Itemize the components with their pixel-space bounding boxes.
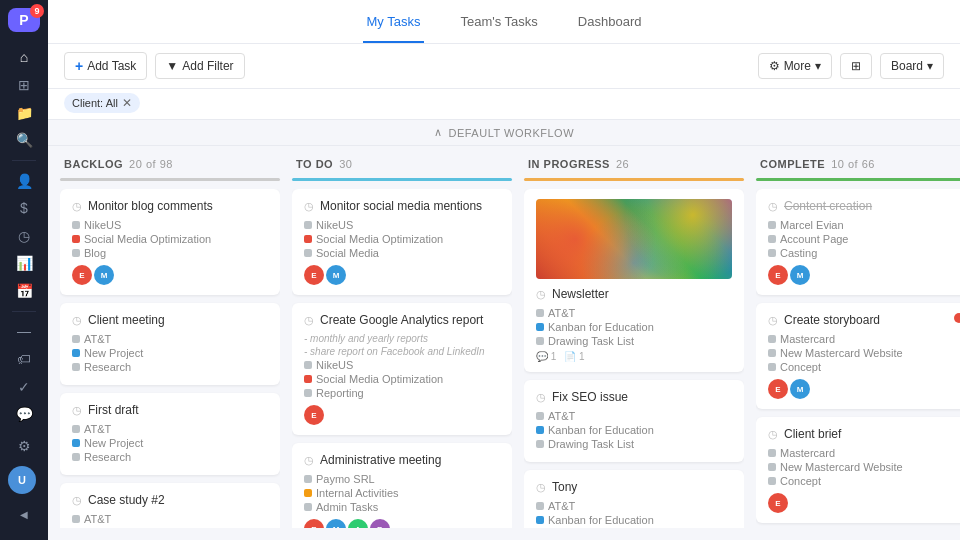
clock-icon: ◷ xyxy=(72,200,82,213)
view-toggle-button[interactable]: ⊞ xyxy=(840,53,872,79)
tab-dashboard[interactable]: Dashboard xyxy=(574,2,646,43)
sidebar-icon-search[interactable]: 🔍 xyxy=(8,128,40,152)
add-filter-button[interactable]: ▼ Add Filter xyxy=(155,53,244,79)
sidebar-icon-message[interactable]: 💬 xyxy=(8,402,40,426)
dot-icon xyxy=(304,221,312,229)
card-meta-3: Concept xyxy=(768,475,960,487)
column-backlog-title: BACKLOG xyxy=(64,158,123,170)
card-content-creation[interactable]: ◷ Content creation Marcel Evian Account … xyxy=(756,189,960,295)
card-meta-1: NikeUS xyxy=(304,359,500,371)
avatar: A xyxy=(348,519,368,528)
filter-close-icon[interactable]: ✕ xyxy=(122,96,132,110)
dot-icon xyxy=(304,489,312,497)
avatar: B xyxy=(370,519,390,528)
sidebar-icon-minus[interactable]: — xyxy=(8,320,40,344)
card-client-meeting[interactable]: ◷ Client meeting AT&T New Project Resear… xyxy=(60,303,280,385)
workflow-chevron-icon: ∧ xyxy=(434,126,443,139)
toolbar: + Add Task ▼ Add Filter ⚙ More ▾ ⊞ Board… xyxy=(48,44,960,89)
sidebar-icon-expand[interactable]: ◀ xyxy=(8,498,40,530)
card-title: ◷ Monitor blog comments xyxy=(72,199,268,213)
dot-icon xyxy=(536,440,544,448)
card-meta-1: NikeUS xyxy=(304,219,500,231)
column-todo-bar xyxy=(292,178,512,181)
card-title-text: Administrative meeting xyxy=(320,453,441,467)
filter-icon: ▼ xyxy=(166,59,178,73)
add-filter-label: Add Filter xyxy=(182,59,233,73)
sidebar-divider xyxy=(12,160,36,161)
column-todo-count: 30 xyxy=(339,158,352,170)
card-avatars: E M A B xyxy=(304,519,500,528)
dot-icon xyxy=(72,249,80,257)
more-button[interactable]: ⚙ More ▾ xyxy=(758,53,832,79)
dot-icon xyxy=(536,309,544,317)
card-fix-seo[interactable]: ◷ Fix SEO issue AT&T Kanban for Educatio… xyxy=(524,380,744,462)
card-counts: 💬 1 📄 1 xyxy=(536,351,585,362)
card-create-storyboard[interactable]: ◷ Create storyboard Mastercard New Maste… xyxy=(756,303,960,409)
card-client-brief[interactable]: ◷ Client brief Mastercard New Mastercard… xyxy=(756,417,960,523)
add-task-button[interactable]: + Add Task xyxy=(64,52,147,80)
dot-icon xyxy=(536,502,544,510)
column-inprogress-bar xyxy=(524,178,744,181)
sidebar-icon-home[interactable]: ⌂ xyxy=(8,46,40,70)
sidebar-icon-settings[interactable]: ⚙ xyxy=(8,430,40,462)
dot-icon xyxy=(72,515,80,523)
avatar: E xyxy=(72,265,92,285)
sidebar-icon-tag[interactable]: 🏷 xyxy=(8,347,40,371)
avatar: M xyxy=(326,265,346,285)
card-monitor-blog[interactable]: ◷ Monitor blog comments NikeUS Social Me… xyxy=(60,189,280,295)
sidebar-icon-dollar[interactable]: $ xyxy=(8,196,40,220)
card-case-study[interactable]: ◷ Case study #2 AT&T New Project Researc… xyxy=(60,483,280,528)
clock-icon: ◷ xyxy=(768,200,778,213)
card-meta-1: Paymo SRL xyxy=(304,473,500,485)
card-google-analytics[interactable]: ◷ Create Google Analytics report - month… xyxy=(292,303,512,435)
app-logo[interactable]: P 9 xyxy=(8,8,40,32)
nav-tabs: My Tasks Team's Tasks Dashboard xyxy=(363,1,646,42)
card-admin-meeting[interactable]: ◷ Administrative meeting Paymo SRL Inter… xyxy=(292,443,512,528)
card-meta-2: New Project xyxy=(72,527,268,528)
card-first-draft[interactable]: ◷ First draft AT&T New Project Research xyxy=(60,393,280,475)
card-meta-3: Research xyxy=(72,361,268,373)
card-title: ◷ Administrative meeting xyxy=(304,453,500,467)
sidebar-icon-chart[interactable]: 📊 xyxy=(8,252,40,276)
user-avatar[interactable]: U xyxy=(8,466,36,494)
card-title: ◷ Monitor social media mentions xyxy=(304,199,500,213)
dot-icon xyxy=(536,516,544,524)
card-title-text: Client meeting xyxy=(88,313,165,327)
client-filter-tag[interactable]: Client: All ✕ xyxy=(64,93,140,113)
clock-icon: ◷ xyxy=(536,288,546,301)
alert-icon xyxy=(954,313,960,323)
card-monitor-social[interactable]: ◷ Monitor social media mentions NikeUS S… xyxy=(292,189,512,295)
comment-count: 💬 1 xyxy=(536,351,556,362)
sidebar-icon-grid[interactable]: ⊞ xyxy=(8,73,40,97)
dot-icon xyxy=(768,477,776,485)
tab-team-tasks[interactable]: Team's Tasks xyxy=(456,2,541,43)
card-newsletter[interactable]: ◷ Newsletter AT&T Kanban for Education D… xyxy=(524,189,744,372)
clock-icon: ◷ xyxy=(72,314,82,327)
dot-icon xyxy=(72,363,80,371)
tab-my-tasks[interactable]: My Tasks xyxy=(363,2,425,43)
avatar: M xyxy=(790,379,810,399)
column-backlog-count: 20 of 98 xyxy=(129,158,173,170)
dot-icon xyxy=(536,323,544,331)
card-title: ◷ First draft xyxy=(72,403,268,417)
column-todo-header: TO DO 30 xyxy=(292,158,512,178)
dot-icon xyxy=(768,249,776,257)
card-title-text: Fix SEO issue xyxy=(552,390,628,404)
abstract-image xyxy=(536,199,732,279)
card-title: ◷ Tony xyxy=(536,480,732,494)
card-title: ◷ Content creation xyxy=(768,199,960,213)
plus-icon: + xyxy=(75,58,83,74)
sidebar-icon-check[interactable]: ✓ xyxy=(8,375,40,399)
dot-icon xyxy=(768,335,776,343)
card-tony[interactable]: ◷ Tony AT&T Kanban for Education xyxy=(524,470,744,528)
sidebar-icon-clock[interactable]: ◷ xyxy=(8,224,40,248)
board-button[interactable]: Board ▾ xyxy=(880,53,944,79)
column-inprogress-header: IN PROGRESS 26 xyxy=(524,158,744,178)
sidebar-icon-folder[interactable]: 📁 xyxy=(8,101,40,125)
column-complete: COMPLETE 10 of 66 ◷ Content creation Mar… xyxy=(756,158,960,528)
sidebar-icon-calendar[interactable]: 📅 xyxy=(8,279,40,303)
dot-icon xyxy=(304,249,312,257)
sidebar-icon-person[interactable]: 👤 xyxy=(8,169,40,193)
toolbar-left: + Add Task ▼ Add Filter xyxy=(64,52,245,80)
sidebar-divider-2 xyxy=(12,311,36,312)
